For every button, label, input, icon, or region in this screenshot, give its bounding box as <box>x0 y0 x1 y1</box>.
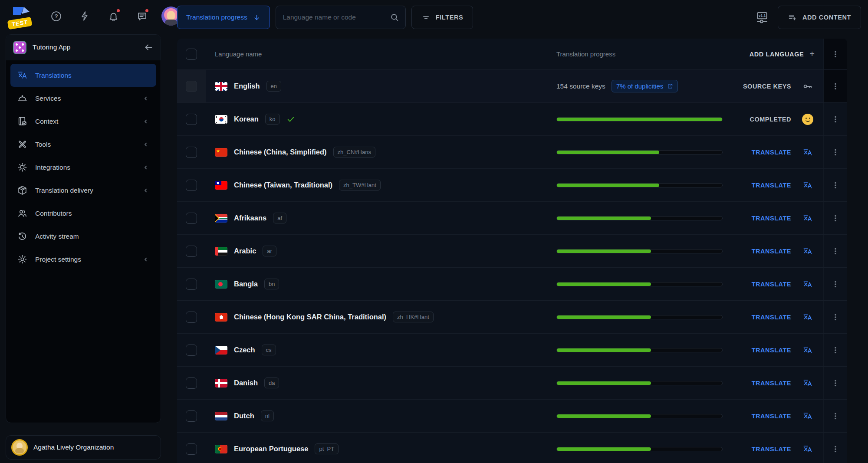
translate-icon <box>802 246 813 256</box>
progress-bar <box>556 447 723 451</box>
sidebar-item-label: Translation delivery <box>35 187 134 194</box>
row-checkbox[interactable] <box>186 312 197 323</box>
header-menu-button[interactable] <box>823 39 847 69</box>
table-row[interactable]: Dutch nl TRANSLATE <box>177 400 847 433</box>
action-label[interactable]: TRANSLATE <box>752 413 791 420</box>
action-label[interactable]: TRANSLATE <box>752 314 791 321</box>
action-label[interactable]: TRANSLATE <box>752 281 791 288</box>
action-label[interactable]: TRANSLATE <box>752 215 791 222</box>
row-menu-button[interactable] <box>823 400 847 432</box>
action-icon-slot[interactable] <box>802 81 814 92</box>
row-menu-button[interactable] <box>823 202 847 234</box>
chevron-left-icon <box>141 140 150 149</box>
row-menu-button[interactable] <box>823 70 847 102</box>
row-checkbox[interactable] <box>186 180 197 191</box>
action-icon-slot[interactable] <box>802 213 814 223</box>
row-menu-button[interactable] <box>823 169 847 201</box>
action-icon-slot[interactable] <box>802 246 814 256</box>
collapse-sidebar-button[interactable] <box>143 42 154 53</box>
action-icon-slot[interactable] <box>802 444 814 454</box>
sidebar-item-tools[interactable]: Tools <box>10 133 156 156</box>
action-icon-slot[interactable] <box>802 378 814 388</box>
row-checkbox[interactable] <box>186 443 197 455</box>
project-header[interactable]: Tutoring App <box>6 35 161 60</box>
row-checkbox[interactable] <box>186 279 197 290</box>
table-row[interactable]: Chinese (Hong Kong SAR China, Traditiona… <box>177 301 847 334</box>
sidebar-item-contributors[interactable]: Contributors <box>10 202 156 225</box>
table-row[interactable]: Czech cs TRANSLATE <box>177 334 847 367</box>
sidebar-item-project-settings[interactable]: Project settings <box>10 248 156 271</box>
table-row[interactable]: English en 154 source keys 7% of duplici… <box>177 70 847 103</box>
row-menu-button[interactable] <box>823 301 847 333</box>
notifications-icon[interactable] <box>104 7 122 25</box>
table-row[interactable]: Arabic ar TRANSLATE <box>177 235 847 268</box>
action-icon-slot[interactable] <box>802 147 814 158</box>
row-checkbox[interactable] <box>186 213 197 224</box>
row-checkbox[interactable] <box>186 345 197 356</box>
table-row[interactable]: Chinese (China, Simplified) zh_CN#Hans T… <box>177 136 847 169</box>
help-icon[interactable]: ? <box>47 7 65 25</box>
action-icon-slot[interactable] <box>802 279 814 289</box>
language-name: Chinese (Hong Kong SAR China, Traditiona… <box>234 313 386 321</box>
row-menu-button[interactable] <box>823 268 847 300</box>
chevron-left-icon <box>141 255 150 264</box>
language-code-badge: pt_PT <box>315 443 339 454</box>
row-checkbox[interactable] <box>186 81 197 92</box>
add-language-button[interactable]: ADD LANGUAGE + <box>728 49 823 59</box>
language-flag <box>215 313 227 322</box>
chevron-left-icon <box>141 94 150 103</box>
table-row[interactable]: Chinese (Taiwan, Traditional) zh_TW#Hant… <box>177 169 847 202</box>
filters-label: FILTERS <box>436 14 464 21</box>
row-menu-button[interactable] <box>823 367 847 399</box>
row-checkbox[interactable] <box>186 147 197 158</box>
action-label[interactable]: TRANSLATE <box>752 182 791 189</box>
action-label[interactable]: SOURCE KEYS <box>743 83 791 90</box>
row-menu-button[interactable] <box>823 103 847 135</box>
row-checkbox[interactable] <box>186 114 197 125</box>
add-content-button[interactable]: ADD CONTENT <box>778 6 861 29</box>
row-menu-button[interactable] <box>823 334 847 366</box>
table-row[interactable]: Afrikaans af TRANSLATE <box>177 202 847 235</box>
sidebar-item-translations[interactable]: Translations <box>10 64 156 87</box>
row-menu-button[interactable] <box>823 235 847 267</box>
row-checkbox[interactable] <box>186 378 197 389</box>
translate-icon <box>802 378 813 388</box>
select-all-checkbox[interactable] <box>186 49 197 60</box>
duplicities-link[interactable]: 7% of duplicities <box>612 80 678 92</box>
action-label[interactable]: TRANSLATE <box>752 446 791 453</box>
lokalise-logo[interactable]: TEST <box>10 3 36 29</box>
table-row[interactable]: Bangla bn TRANSLATE <box>177 268 847 301</box>
language-search-input[interactable] <box>283 13 390 21</box>
preview-version-icon[interactable]: v1.1 <box>752 7 772 27</box>
progress-bar <box>556 282 723 286</box>
table-row[interactable]: European Portuguese pt_PT TRANSLATE <box>177 433 847 463</box>
action-label[interactable]: TRANSLATE <box>752 248 791 255</box>
filters-button[interactable]: FILTERS <box>411 6 473 29</box>
row-checkbox[interactable] <box>186 410 197 422</box>
sidebar-item-context[interactable]: Context <box>10 110 156 133</box>
table-row[interactable]: Danish da TRANSLATE <box>177 367 847 400</box>
action-icon-slot[interactable] <box>802 114 814 125</box>
table-row[interactable]: Korean ko COMPLETED <box>177 103 847 136</box>
row-checkbox[interactable] <box>186 246 197 257</box>
column-language-name: Language name <box>215 50 262 58</box>
action-icon-slot[interactable] <box>802 180 814 190</box>
action-label[interactable]: TRANSLATE <box>752 380 791 387</box>
action-icon-slot[interactable] <box>802 411 814 421</box>
row-menu-button[interactable] <box>823 136 847 168</box>
action-icon-slot[interactable] <box>802 345 814 355</box>
sidebar-item-activity-stream[interactable]: Activity stream <box>10 225 156 248</box>
sidebar-item-services[interactable]: Services <box>10 87 156 110</box>
translation-progress-dropdown[interactable]: Translation progress <box>177 6 270 29</box>
sidebar-item-integrations[interactable]: Integrations <box>10 156 156 179</box>
filter-icon <box>421 13 431 22</box>
sidebar-item-translation-delivery[interactable]: Translation delivery <box>10 179 156 202</box>
action-label[interactable]: TRANSLATE <box>752 347 791 354</box>
inbox-icon[interactable] <box>133 7 151 25</box>
action-label[interactable]: TRANSLATE <box>752 149 791 156</box>
row-menu-button[interactable] <box>823 433 847 463</box>
org-switcher[interactable]: Agatha Lively Organization <box>6 435 161 460</box>
action-icon-slot[interactable] <box>802 312 814 322</box>
action-label[interactable]: COMPLETED <box>750 116 791 123</box>
flash-icon[interactable] <box>76 7 94 25</box>
